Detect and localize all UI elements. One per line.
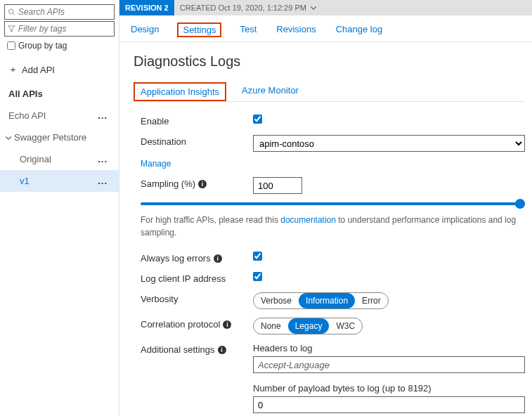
group-by-label: Group by tag [18, 41, 67, 51]
correlation-group: None Legacy W3C [253, 318, 363, 334]
content: Diagnostics Logs Application Insights Az… [119, 42, 532, 416]
sidebar-item-original[interactable]: Original ... [0, 148, 119, 170]
form: Enable Destination apim-contoso Manage [134, 115, 525, 416]
tab-changelog[interactable]: Change log [335, 22, 384, 37]
enable-label: Enable [141, 115, 253, 126]
sidebar: Group by tag ＋ Add API All APIs Echo API… [0, 0, 119, 416]
revision-bar: REVISION 2 CREATED Oct 19, 2020, 1:12:29… [119, 0, 532, 15]
group-by-tag[interactable]: Group by tag [7, 41, 112, 51]
correlation-none[interactable]: None [254, 318, 288, 334]
headers-input[interactable] [253, 356, 525, 373]
slider-thumb[interactable] [515, 199, 525, 209]
chevron-down-icon [309, 4, 318, 12]
search-apis-box[interactable] [4, 4, 115, 20]
sampling-input[interactable] [253, 177, 302, 194]
manage-link[interactable]: Manage [141, 159, 171, 169]
payload-label: Number of payload bytes to log (up to 81… [253, 383, 525, 394]
verbosity-error[interactable]: Error [355, 293, 388, 308]
search-icon [8, 8, 15, 16]
more-icon[interactable]: ... [98, 110, 110, 121]
sidebar-group-swagger-petstore[interactable]: Swagger Petstore [0, 126, 119, 148]
correlation-label: Correlation protocol i [141, 318, 253, 330]
filter-icon [8, 25, 15, 33]
more-icon[interactable]: ... [98, 176, 110, 186]
sampling-label: Sampling (%) i [141, 177, 253, 189]
filter-tags-box[interactable] [4, 21, 115, 37]
chevron-down-icon [4, 134, 13, 142]
svg-line-1 [13, 13, 15, 15]
subtab-azure-monitor[interactable]: Azure Monitor [239, 82, 301, 101]
main: REVISION 2 CREATED Oct 19, 2020, 1:12:29… [119, 0, 532, 416]
verbosity-verbose[interactable]: Verbose [254, 293, 299, 308]
tab-test[interactable]: Test [238, 22, 258, 37]
group-by-checkbox[interactable] [7, 41, 15, 50]
page-title: Diagnostics Logs [134, 53, 525, 70]
destination-select[interactable]: apim-contoso [253, 135, 525, 152]
svg-marker-2 [8, 26, 15, 32]
log-ip-checkbox[interactable] [253, 272, 262, 281]
always-log-label: Always log errors i [141, 252, 253, 264]
more-icon[interactable]: ... [98, 154, 110, 164]
sidebar-item-echo-api[interactable]: Echo API ... [0, 105, 119, 126]
revision-badge[interactable]: REVISION 2 [119, 0, 174, 15]
subtab-application-insights[interactable]: Application Insights [134, 82, 226, 101]
tab-design[interactable]: Design [129, 22, 160, 37]
info-icon[interactable]: i [218, 346, 226, 354]
info-icon[interactable]: i [198, 180, 207, 188]
subtabs: Application Insights Azure Monitor [134, 82, 525, 102]
tab-settings[interactable]: Settings [177, 22, 221, 37]
add-api-button[interactable]: ＋ Add API [8, 63, 110, 76]
search-apis-input[interactable] [18, 7, 111, 17]
tabs: Design Settings Test Revisions Change lo… [119, 15, 532, 42]
sampling-note: For high traffic APIs, please read this … [141, 214, 525, 239]
verbosity-group: Verbose Information Error [253, 292, 389, 309]
additional-label: Additional settings i [141, 343, 253, 355]
always-log-checkbox[interactable] [253, 252, 262, 261]
svg-point-0 [8, 9, 13, 14]
filter-tags-input[interactable] [18, 24, 111, 34]
log-ip-label: Log client IP address [141, 272, 253, 284]
verbosity-label: Verbosity [141, 292, 253, 304]
enable-checkbox[interactable] [253, 115, 262, 124]
plus-icon: ＋ [8, 63, 18, 76]
sidebar-item-v1[interactable]: v1 ... [0, 170, 119, 192]
documentation-link[interactable]: documentation [280, 215, 336, 225]
correlation-legacy[interactable]: Legacy [288, 318, 330, 334]
payload-input[interactable] [253, 396, 525, 413]
verbosity-information[interactable]: Information [299, 293, 355, 308]
headers-label: Headers to log [253, 343, 525, 353]
info-icon[interactable]: i [214, 254, 222, 263]
correlation-w3c[interactable]: W3C [329, 318, 362, 334]
info-icon[interactable]: i [223, 320, 231, 329]
sampling-slider[interactable] [141, 202, 525, 205]
all-apis-item[interactable]: All APIs [0, 83, 119, 105]
destination-label: Destination [141, 135, 253, 147]
tab-revisions[interactable]: Revisions [275, 22, 317, 37]
revision-created[interactable]: CREATED Oct 19, 2020, 1:12:29 PM [180, 4, 318, 12]
